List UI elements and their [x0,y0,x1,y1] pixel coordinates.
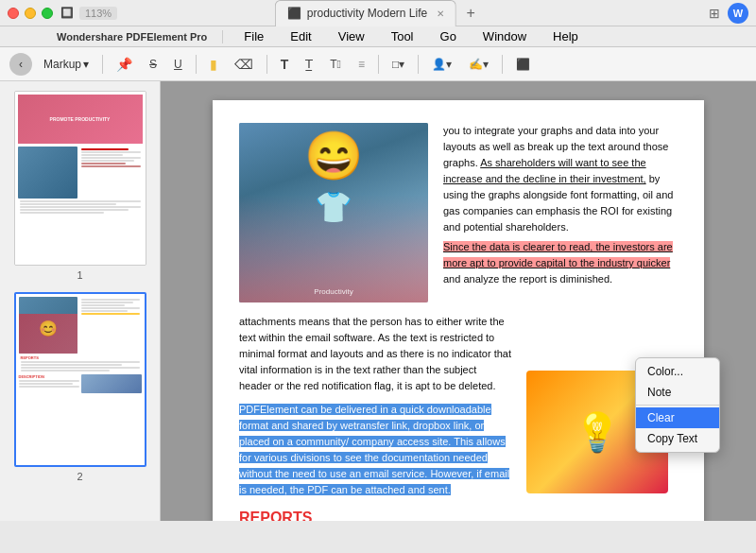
pdf-tab[interactable]: ⬛ productivity Modern Life ✕ [275,0,456,26]
reports-heading: REPORTS [239,507,511,521]
menu-edit[interactable]: Edit [284,27,317,45]
main-layout: PROMOTE PRODUCTIVITY [0,81,756,521]
strikethrough-tool[interactable]: S [144,51,163,78]
toolbar: ‹ Markup ▾ 📌 S U ▮ ⌫ T T̲ T⃞ ≡ □▾ 👤▾ ✍▾ … [0,47,756,81]
toolbar-divider-2 [196,55,197,74]
text-box-tool[interactable]: T̲ [300,51,318,78]
page-right-col: you to integrate your graphs and data in… [443,123,678,302]
eraser-tool[interactable]: ⌫ [229,51,259,78]
dropdown-arrow-icon: ▾ [83,58,89,71]
context-menu-note[interactable]: Note [636,382,719,403]
pdf-icon: ⬛ [287,7,301,20]
thumbnail-image-1: PROMOTE PRODUCTIVITY [14,91,146,266]
minimize-button[interactable] [25,8,36,19]
menu-go[interactable]: Go [435,27,462,45]
expand-view-button[interactable]: ⬛ [510,51,536,78]
text-tool[interactable]: T [275,51,295,78]
new-tab-button[interactable]: + [460,3,481,24]
context-menu-color[interactable]: Color... [636,361,719,382]
menu-tool[interactable]: Tool [386,27,420,45]
right-col-text-1: you to integrate your graphs and data in… [443,123,678,235]
toolbar-divider-1 [102,55,103,74]
pdfelement-para: PDFElement can be delivered in a quick d… [239,402,511,498]
page-thumbnail-2[interactable]: 😊 REPORTS [8,292,152,482]
toolbar-divider-5 [418,55,419,74]
shape-tool[interactable]: □▾ [387,51,410,78]
typewriter-tool[interactable]: ≡ [352,51,370,78]
selected-text: PDFElement can be delivered in a quick d… [239,404,509,495]
sidebar: PROMOTE PRODUCTIVITY [0,81,161,521]
maximize-button[interactable] [42,8,53,19]
traffic-lights [8,8,53,19]
menu-window[interactable]: Window [477,27,532,45]
page-number-1: 1 [77,269,82,281]
thumbnail-image-2: 😊 REPORTS [14,292,146,467]
tab-bar: ⬛ productivity Modern Life ✕ + [275,0,481,26]
attachments-para: attachments means that the person has to… [239,314,511,394]
page-number-2: 2 [77,471,82,482]
menu-file[interactable]: File [238,27,269,45]
nav-back-button[interactable]: ‹ [9,53,32,76]
signature-tool[interactable]: ✍▾ [463,51,494,78]
zoom-level[interactable]: 113% [79,7,117,20]
right-col-end-text: and analyze the report is diminished. [443,273,612,285]
tab-close-icon[interactable]: ✕ [437,9,444,19]
markup-dropdown[interactable]: Markup ▾ [38,56,94,73]
highlight-tool[interactable]: ▮ [204,51,223,78]
page-left-col: 😄 👕 Productivity [239,123,428,302]
bottom-text-area: attachments means that the person has to… [239,314,678,521]
context-menu: Color... Note Clear Copy Text [635,357,720,453]
toolbar-divider-4 [378,55,379,74]
context-menu-clear[interactable]: Clear [636,407,719,428]
pdf-page: 😄 👕 Productivity you to integrate your g… [213,100,704,521]
context-menu-copy-text[interactable]: Copy Text [636,428,719,449]
callout-tool[interactable]: T⃞ [324,51,347,78]
page-thumbnail-1[interactable]: PROMOTE PRODUCTIVITY [8,91,152,281]
page-two-col: 😄 👕 Productivity you to integrate your g… [239,123,678,302]
page-area: 😄 👕 Productivity you to integrate your g… [161,81,756,521]
user-avatar[interactable]: W [728,3,748,24]
toolbar-divider-3 [266,55,267,74]
bottom-left-col: attachments means that the person has to… [239,314,511,521]
window-icon: 🔲 [60,7,74,19]
underline-tool[interactable]: U [168,51,188,78]
person-image: 😄 👕 Productivity [239,123,428,302]
sticky-note-tool[interactable]: 📌 [111,51,138,78]
menu-view[interactable]: View [333,27,370,45]
close-button[interactable] [8,8,19,19]
tab-title: productivity Modern Life [307,7,427,20]
grid-view-icon[interactable]: ⊞ [709,6,720,21]
menu-help[interactable]: Help [547,27,584,45]
highlighted-pink-text: Since the data is clearer to read, the i… [443,241,673,268]
toolbar-divider-6 [502,55,503,74]
stamp-tool[interactable]: 👤▾ [426,51,457,78]
title-bar: 🔲 113% ⬛ productivity Modern Life ✕ + ⊞ … [0,0,756,26]
context-menu-separator [636,405,719,406]
right-col-text-2: Since the data is clearer to read, the i… [443,239,678,287]
app-name: Wondershare PDFElement Pro [57,31,207,43]
menu-bar: Wondershare PDFElement Pro File Edit Vie… [0,26,756,47]
markup-label: Markup [43,58,81,71]
